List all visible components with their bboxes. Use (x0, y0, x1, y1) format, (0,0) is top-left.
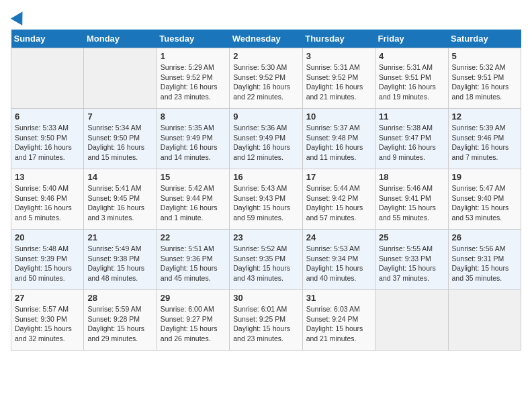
day-info: Sunrise: 5:41 AMSunset: 9:45 PMDaylight:… (87, 183, 152, 223)
calendar-cell: 11Sunrise: 5:38 AMSunset: 9:47 PMDayligh… (375, 109, 448, 169)
page-header (11, 11, 521, 23)
day-number: 29 (161, 293, 226, 303)
day-info: Sunrise: 5:31 AMSunset: 9:51 PMDaylight:… (379, 62, 444, 102)
weekday-header-saturday: Saturday (448, 30, 521, 48)
day-number: 4 (379, 51, 444, 61)
day-info: Sunrise: 5:56 AMSunset: 9:31 PMDaylight:… (452, 244, 517, 283)
weekday-header-row: SundayMondayTuesdayWednesdayThursdayFrid… (11, 30, 521, 48)
day-number: 8 (161, 111, 226, 122)
calendar-cell: 2Sunrise: 5:30 AMSunset: 9:52 PMDaylight… (230, 48, 302, 109)
calendar-cell: 22Sunrise: 5:51 AMSunset: 9:36 PMDayligh… (157, 230, 229, 290)
day-number: 30 (233, 293, 298, 303)
day-info: Sunrise: 5:47 AMSunset: 9:40 PMDaylight:… (452, 183, 517, 223)
day-number: 16 (233, 172, 298, 182)
day-number: 31 (306, 293, 371, 303)
day-info: Sunrise: 5:48 AMSunset: 9:39 PMDaylight:… (15, 244, 80, 283)
calendar-cell: 12Sunrise: 5:39 AMSunset: 9:46 PMDayligh… (448, 109, 521, 169)
day-info: Sunrise: 5:57 AMSunset: 9:30 PMDaylight:… (15, 304, 80, 344)
calendar-cell: 17Sunrise: 5:44 AMSunset: 9:42 PMDayligh… (302, 169, 375, 230)
calendar-week-row: 1Sunrise: 5:29 AMSunset: 9:52 PMDaylight… (11, 48, 521, 109)
day-number: 13 (15, 172, 80, 182)
calendar-cell: 21Sunrise: 5:49 AMSunset: 9:38 PMDayligh… (84, 230, 157, 290)
calendar-cell (84, 48, 157, 109)
day-info: Sunrise: 5:36 AMSunset: 9:49 PMDaylight:… (233, 123, 298, 163)
calendar-cell: 19Sunrise: 5:47 AMSunset: 9:40 PMDayligh… (448, 169, 521, 230)
day-number: 15 (161, 172, 226, 182)
day-number: 7 (87, 111, 152, 122)
day-info: Sunrise: 5:51 AMSunset: 9:36 PMDaylight:… (161, 244, 226, 283)
day-info: Sunrise: 5:49 AMSunset: 9:38 PMDaylight:… (87, 244, 152, 283)
calendar-cell: 7Sunrise: 5:34 AMSunset: 9:50 PMDaylight… (84, 109, 157, 169)
day-info: Sunrise: 5:31 AMSunset: 9:52 PMDaylight:… (306, 62, 371, 102)
day-number: 24 (306, 232, 371, 242)
day-number: 11 (379, 111, 444, 122)
calendar-cell: 8Sunrise: 5:35 AMSunset: 9:49 PMDaylight… (157, 109, 229, 169)
day-info: Sunrise: 5:53 AMSunset: 9:34 PMDaylight:… (306, 244, 371, 283)
day-info: Sunrise: 5:29 AMSunset: 9:52 PMDaylight:… (161, 62, 226, 102)
day-info: Sunrise: 5:40 AMSunset: 9:46 PMDaylight:… (15, 183, 80, 223)
weekday-header-thursday: Thursday (302, 30, 375, 48)
calendar-cell: 30Sunrise: 6:01 AMSunset: 9:25 PMDayligh… (230, 290, 302, 351)
day-number: 28 (87, 293, 152, 303)
day-number: 12 (452, 111, 517, 122)
calendar-cell: 23Sunrise: 5:52 AMSunset: 9:35 PMDayligh… (230, 230, 302, 290)
day-info: Sunrise: 5:43 AMSunset: 9:43 PMDaylight:… (233, 183, 298, 223)
day-number: 19 (452, 172, 517, 182)
weekday-header-sunday: Sunday (11, 30, 84, 48)
day-number: 10 (306, 111, 371, 122)
day-number: 18 (379, 172, 444, 182)
day-info: Sunrise: 6:03 AMSunset: 9:24 PMDaylight:… (306, 304, 371, 344)
day-info: Sunrise: 5:39 AMSunset: 9:46 PMDaylight:… (452, 123, 517, 163)
calendar-cell: 27Sunrise: 5:57 AMSunset: 9:30 PMDayligh… (11, 290, 84, 351)
calendar-cell: 4Sunrise: 5:31 AMSunset: 9:51 PMDaylight… (375, 48, 448, 109)
day-number: 26 (452, 232, 517, 242)
day-info: Sunrise: 5:59 AMSunset: 9:28 PMDaylight:… (87, 304, 152, 344)
calendar-cell (448, 290, 521, 351)
calendar-week-row: 13Sunrise: 5:40 AMSunset: 9:46 PMDayligh… (11, 169, 521, 230)
calendar-table: SundayMondayTuesdayWednesdayThursdayFrid… (11, 30, 521, 351)
calendar-cell: 20Sunrise: 5:48 AMSunset: 9:39 PMDayligh… (11, 230, 84, 290)
calendar-cell: 15Sunrise: 5:42 AMSunset: 9:44 PMDayligh… (157, 169, 229, 230)
calendar-week-row: 27Sunrise: 5:57 AMSunset: 9:30 PMDayligh… (11, 290, 521, 351)
day-info: Sunrise: 5:33 AMSunset: 9:50 PMDaylight:… (15, 123, 80, 163)
logo (11, 11, 26, 23)
calendar-cell (375, 290, 448, 351)
day-info: Sunrise: 6:01 AMSunset: 9:25 PMDaylight:… (233, 304, 298, 344)
day-number: 14 (87, 172, 152, 182)
day-number: 27 (15, 293, 80, 303)
calendar-cell: 14Sunrise: 5:41 AMSunset: 9:45 PMDayligh… (84, 169, 157, 230)
day-info: Sunrise: 5:34 AMSunset: 9:50 PMDaylight:… (87, 123, 152, 163)
calendar-cell: 24Sunrise: 5:53 AMSunset: 9:34 PMDayligh… (302, 230, 375, 290)
calendar-cell: 18Sunrise: 5:46 AMSunset: 9:41 PMDayligh… (375, 169, 448, 230)
weekday-header-wednesday: Wednesday (230, 30, 302, 48)
calendar-cell: 3Sunrise: 5:31 AMSunset: 9:52 PMDaylight… (302, 48, 375, 109)
day-number: 5 (452, 51, 517, 61)
calendar-cell: 9Sunrise: 5:36 AMSunset: 9:49 PMDaylight… (230, 109, 302, 169)
day-info: Sunrise: 5:55 AMSunset: 9:33 PMDaylight:… (379, 244, 444, 283)
day-number: 20 (15, 232, 80, 242)
day-info: Sunrise: 5:37 AMSunset: 9:48 PMDaylight:… (306, 123, 371, 163)
day-info: Sunrise: 5:44 AMSunset: 9:42 PMDaylight:… (306, 183, 371, 223)
day-number: 21 (87, 232, 152, 242)
weekday-header-tuesday: Tuesday (157, 30, 229, 48)
day-number: 1 (161, 51, 226, 61)
day-number: 2 (233, 51, 298, 61)
day-info: Sunrise: 5:42 AMSunset: 9:44 PMDaylight:… (161, 183, 226, 223)
day-info: Sunrise: 5:35 AMSunset: 9:49 PMDaylight:… (161, 123, 226, 163)
day-number: 6 (15, 111, 80, 122)
calendar-cell: 10Sunrise: 5:37 AMSunset: 9:48 PMDayligh… (302, 109, 375, 169)
calendar-cell (11, 48, 84, 109)
day-info: Sunrise: 6:00 AMSunset: 9:27 PMDaylight:… (161, 304, 226, 344)
day-number: 3 (306, 51, 371, 61)
day-info: Sunrise: 5:38 AMSunset: 9:47 PMDaylight:… (379, 123, 444, 163)
day-number: 22 (161, 232, 226, 242)
calendar-cell: 29Sunrise: 6:00 AMSunset: 9:27 PMDayligh… (157, 290, 229, 351)
calendar-week-row: 20Sunrise: 5:48 AMSunset: 9:39 PMDayligh… (11, 230, 521, 290)
calendar-cell: 13Sunrise: 5:40 AMSunset: 9:46 PMDayligh… (11, 169, 84, 230)
calendar-cell: 16Sunrise: 5:43 AMSunset: 9:43 PMDayligh… (230, 169, 302, 230)
day-info: Sunrise: 5:32 AMSunset: 9:51 PMDaylight:… (452, 62, 517, 102)
day-number: 17 (306, 172, 371, 182)
calendar-cell: 25Sunrise: 5:55 AMSunset: 9:33 PMDayligh… (375, 230, 448, 290)
day-number: 23 (233, 232, 298, 242)
calendar-cell: 1Sunrise: 5:29 AMSunset: 9:52 PMDaylight… (157, 48, 229, 109)
